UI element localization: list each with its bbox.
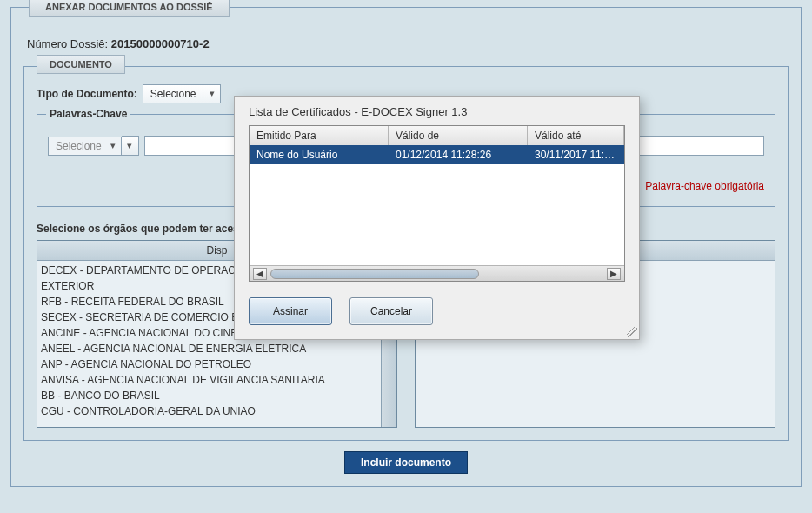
hscroll-left-icon[interactable]: ◀ [253,268,267,280]
list-item[interactable]: ANP - AGENCIA NACIONAL DO PETROLEO [41,356,377,372]
col-valido-ate[interactable]: Válido até [528,126,624,145]
certificados-table: Emitido Para Válido de Válido até Nome d… [249,125,625,282]
list-item[interactable]: BB - BANCO DO BRASIL [41,388,377,403]
palavras-chave-dropdown-button[interactable]: ▾ [122,136,139,156]
palavras-chave-legend: Palavras-Chave [46,108,130,120]
certificados-modal: Lista de Certificados - E-DOCEX Signer 1… [234,96,640,340]
cell-emitido: Nome do Usuário [250,145,389,164]
table-row[interactable]: Nome do Usuário 01/12/2014 11:28:26 30/1… [250,145,624,164]
tipo-documento-select[interactable]: Selecione [143,84,221,103]
assinar-button[interactable]: Assinar [249,297,332,325]
resize-handle-icon[interactable] [627,327,637,337]
certificados-table-header: Emitido Para Válido de Válido até [250,126,624,145]
incluir-documento-button[interactable]: Incluir documento [344,451,468,474]
cancelar-button[interactable]: Cancelar [349,297,433,325]
dossie-label: Número Dossiê: [27,37,108,50]
hscroll-thumb[interactable] [270,269,479,279]
certificados-hscrollbar[interactable]: ◀ ▶ [250,265,624,281]
list-item[interactable]: ANVISA - AGENCIA NACIONAL DE VIGILANCIA … [41,372,377,388]
cell-valido-de: 01/12/2014 11:28:26 [389,145,528,164]
col-emitido-para[interactable]: Emitido Para [250,126,389,145]
hscroll-right-icon[interactable]: ▶ [607,268,621,280]
dossie-value: 20150000000710-2 [111,37,210,50]
cell-valido-ate: 30/11/2017 11:28:26 [528,145,624,164]
dossie-line: Número Dossiê: 20150000000710-2 [27,37,789,50]
list-item[interactable]: CGU - CONTROLADORIA-GERAL DA UNIAO [41,403,377,419]
palavras-chave-select[interactable]: Selecione [48,137,122,156]
col-valido-de[interactable]: Válido de [389,126,528,145]
tipo-documento-label: Tipo de Documento: [37,88,137,100]
list-item[interactable]: ANEEL - AGENCIA NACIONAL DE ENERGIA ELET… [41,341,377,356]
panel-title: ANEXAR DOCUMENTOS AO DOSSIÊ [29,0,230,17]
documento-tab: DOCUMENTO [37,55,125,74]
certificados-modal-title: Lista de Certificados - E-DOCEX Signer 1… [249,105,625,118]
